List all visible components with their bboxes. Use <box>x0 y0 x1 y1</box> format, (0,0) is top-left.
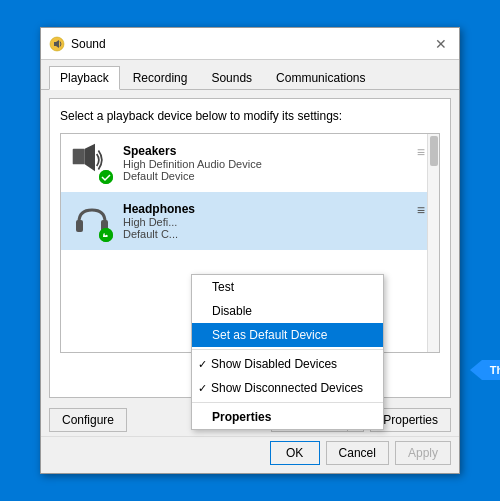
tab-recording[interactable]: Recording <box>122 66 199 89</box>
configure-button[interactable]: Configure <box>49 408 127 432</box>
apply-button[interactable]: Apply <box>395 441 451 465</box>
tab-sounds[interactable]: Sounds <box>200 66 263 89</box>
svg-rect-4 <box>76 220 83 232</box>
svg-marker-2 <box>85 144 95 171</box>
headphones-badge <box>99 228 113 242</box>
ok-button[interactable]: OK <box>270 441 320 465</box>
sound-icon <box>49 36 65 52</box>
ctx-properties[interactable]: Properties <box>192 405 383 429</box>
ctx-test[interactable]: Test <box>192 275 383 299</box>
window-title: Sound <box>71 37 431 51</box>
speakers-info: Speakers High Definition Audio Device De… <box>123 144 429 182</box>
titlebar: Sound ✕ <box>41 28 459 60</box>
check-icon: ✓ <box>198 358 207 371</box>
close-button[interactable]: ✕ <box>431 34 451 54</box>
speakers-line2: Default Device <box>123 170 429 182</box>
tab-bar: Playback Recording Sounds Communications <box>41 60 459 90</box>
sound-dialog: Sound ✕ Playback Recording Sounds Commun… <box>40 27 460 474</box>
main-content: Select a playback device below to modify… <box>49 98 451 398</box>
ctx-set-default[interactable]: Set as Default Device <box>192 323 383 347</box>
ctx-disable[interactable]: Disable <box>192 299 383 323</box>
check-icon-2: ✓ <box>198 382 207 395</box>
speakers-line1: High Definition Audio Device <box>123 158 429 170</box>
instruction-text: Select a playback device below to modify… <box>60 109 440 123</box>
ctx-show-disconnected[interactable]: ✓ Show Disconnected Devices <box>192 376 383 400</box>
device-list[interactable]: Speakers High Definition Audio Device De… <box>60 133 440 353</box>
headphones-line1: High Defi... <box>123 216 429 228</box>
svg-rect-1 <box>73 149 85 164</box>
watermark-arrow <box>470 360 482 380</box>
watermark-text: TheWindowsClub <box>482 360 500 380</box>
speakers-name: Speakers <box>123 144 429 158</box>
scroll-thumb <box>430 136 438 166</box>
dialog-buttons: OK Cancel Apply <box>41 436 459 473</box>
scrollbar[interactable] <box>427 134 439 352</box>
ctx-sep1 <box>192 349 383 350</box>
headphones-icon <box>71 200 113 242</box>
cancel-button[interactable]: Cancel <box>326 441 389 465</box>
svg-point-3 <box>99 170 113 184</box>
device-item-speakers[interactable]: Speakers High Definition Audio Device De… <box>61 134 439 192</box>
headphones-menu-dots: ≡ <box>417 202 425 218</box>
speakers-icon <box>71 142 113 184</box>
tab-communications[interactable]: Communications <box>265 66 376 89</box>
headphones-name: Headphones <box>123 202 429 216</box>
ctx-show-disabled[interactable]: ✓ Show Disabled Devices <box>192 352 383 376</box>
headphones-info: Headphones High Defi... Default C... <box>123 202 429 240</box>
tab-playback[interactable]: Playback <box>49 66 120 90</box>
device-item-headphones[interactable]: Headphones High Defi... Default C... ≡ <box>61 192 439 250</box>
speakers-menu-dots: ≡ <box>417 144 425 160</box>
headphones-line2: Default C... <box>123 228 429 240</box>
ctx-sep2 <box>192 402 383 403</box>
context-menu: Test Disable Set as Default Device ✓ Sho… <box>191 274 384 430</box>
default-device-badge <box>99 170 113 184</box>
